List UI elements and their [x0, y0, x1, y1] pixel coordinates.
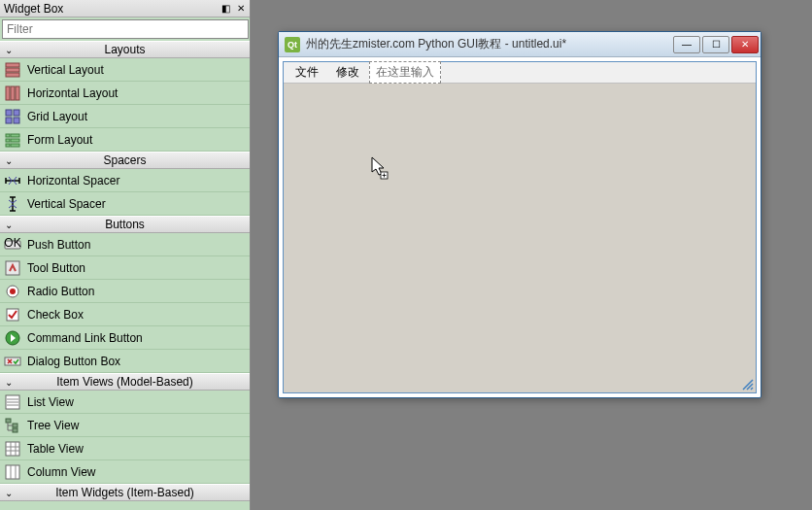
minimize-button[interactable]: — [673, 36, 700, 53]
menubar[interactable]: 文件 修改 在这里输入 [284, 62, 756, 84]
section-title: Item Views (Model-Based) [17, 375, 250, 389]
filter-input[interactable] [7, 22, 244, 36]
chevron-down-icon: ⌄ [0, 155, 17, 166]
widget-item-label: Vertical Layout [27, 63, 104, 77]
vspacer-icon [2, 193, 23, 215]
svg-rect-1 [6, 68, 19, 72]
section-header[interactable]: ⌄Spacers [0, 152, 250, 169]
form-area: 文件 修改 在这里输入 [283, 61, 757, 393]
app-icon: Qt [285, 37, 300, 52]
widget-item-label: Tree View [27, 419, 79, 432]
svg-rect-30 [13, 428, 17, 432]
form-canvas[interactable] [284, 84, 756, 392]
widget-item-label: Dialog Button Box [27, 355, 120, 368]
pushbtn-icon: OK [2, 234, 23, 255]
svg-rect-28 [6, 419, 11, 423]
widget-item[interactable]: Command Link Button [0, 326, 250, 350]
section-header[interactable]: ⌄Item Views (Model-Based) [0, 373, 250, 391]
svg-rect-31 [6, 442, 19, 456]
widget-item[interactable]: Tree View [0, 414, 250, 437]
svg-rect-11 [11, 134, 19, 137]
widget-item[interactable]: Horizontal Spacer [0, 169, 250, 192]
check-icon [2, 304, 23, 325]
treeview-icon [2, 415, 23, 436]
svg-rect-14 [6, 144, 10, 147]
widget-item-label: Check Box [27, 308, 84, 322]
section-title: Spacers [17, 153, 250, 167]
widget-item[interactable]: Dialog Button Box [0, 350, 250, 373]
widget-item[interactable]: List View [0, 391, 250, 414]
close-icon[interactable]: ✕ [234, 2, 248, 16]
designer-window: Qt 州的先生zmister.com Python GUI教程 - untitl… [278, 31, 761, 398]
cmdlink-icon [2, 327, 23, 349]
widget-item[interactable]: Vertical Layout [0, 58, 250, 82]
svg-rect-10 [6, 134, 10, 137]
widget-item[interactable]: Tool Button [0, 256, 250, 280]
vlayout-icon [2, 59, 23, 81]
svg-rect-3 [6, 86, 10, 100]
hlayout-icon [2, 83, 23, 104]
widget-item[interactable]: Horizontal Layout [0, 82, 250, 105]
grid-icon [2, 106, 23, 127]
section-header[interactable]: ⌄Layouts [0, 41, 250, 58]
chevron-down-icon: ⌄ [0, 377, 17, 388]
undock-icon[interactable]: ◧ [219, 2, 232, 16]
widget-item-label: Command Link Button [27, 331, 143, 345]
toolbtn-icon [2, 257, 23, 279]
svg-rect-9 [14, 118, 19, 123]
svg-rect-2 [6, 73, 19, 77]
svg-rect-5 [16, 86, 19, 100]
widget-item-label: Tool Button [27, 261, 85, 275]
section-title: Item Widgets (Item-Based) [17, 486, 250, 499]
svg-rect-15 [11, 144, 19, 147]
section-title: Layouts [17, 43, 250, 56]
hspacer-icon [2, 170, 23, 191]
widget-item-label: List View [27, 395, 74, 409]
svg-rect-7 [14, 110, 19, 116]
widget-item[interactable]: Form Layout [0, 128, 250, 152]
resize-handle-icon[interactable] [742, 379, 754, 391]
listview-icon [2, 391, 23, 413]
section-header[interactable]: ⌄Item Widgets (Item-Based) [0, 484, 250, 501]
chevron-down-icon: ⌄ [0, 220, 17, 230]
widget-item-label: Form Layout [27, 133, 92, 147]
form-icon [2, 129, 23, 151]
widget-item-label: Vertical Spacer [27, 197, 106, 211]
window-title: 州的先生zmister.com Python GUI教程 - untitled.… [306, 36, 673, 52]
widget-item[interactable]: Vertical Spacer [0, 192, 250, 216]
section-title: Buttons [17, 218, 250, 231]
widget-box-title: Widget Box [4, 2, 219, 16]
widget-item[interactable]: OKPush Button [0, 233, 250, 256]
menu-edit[interactable]: 修改 [328, 62, 367, 83]
widget-item-label: Horizontal Spacer [27, 174, 119, 187]
svg-rect-36 [6, 465, 19, 479]
close-button[interactable]: ✕ [731, 36, 759, 53]
widget-item[interactable]: Radio Button [0, 280, 250, 303]
widget-item-label: Push Button [27, 238, 90, 252]
maximize-button[interactable]: ☐ [702, 36, 729, 53]
menu-placeholder[interactable]: 在这里输入 [369, 61, 441, 84]
widget-item-label: Grid Layout [27, 110, 87, 123]
widget-item[interactable]: Grid Layout [0, 105, 250, 128]
filter-input-wrapper[interactable] [2, 19, 249, 39]
widget-item[interactable]: Column View [0, 460, 250, 484]
widget-item-label: Column View [27, 465, 95, 479]
chevron-down-icon: ⌄ [0, 488, 17, 498]
section-header[interactable]: ⌄Buttons [0, 216, 250, 233]
titlebar[interactable]: Qt 州的先生zmister.com Python GUI教程 - untitl… [279, 32, 761, 57]
widget-box-header: Widget Box ◧ ✕ [0, 0, 250, 17]
widget-item[interactable]: Table View [0, 437, 250, 460]
widget-item-label: Radio Button [27, 285, 94, 298]
menu-file[interactable]: 文件 [288, 62, 326, 83]
chevron-down-icon: ⌄ [0, 45, 17, 55]
tableview-icon [2, 438, 23, 459]
svg-text:OK: OK [4, 236, 20, 250]
columnview-icon [2, 461, 23, 483]
svg-rect-0 [6, 63, 19, 67]
svg-rect-23 [5, 357, 20, 365]
svg-point-20 [10, 289, 16, 294]
widget-item-label: Table View [27, 442, 84, 456]
svg-rect-4 [11, 86, 15, 100]
svg-rect-6 [6, 110, 12, 116]
widget-item[interactable]: Check Box [0, 303, 250, 326]
